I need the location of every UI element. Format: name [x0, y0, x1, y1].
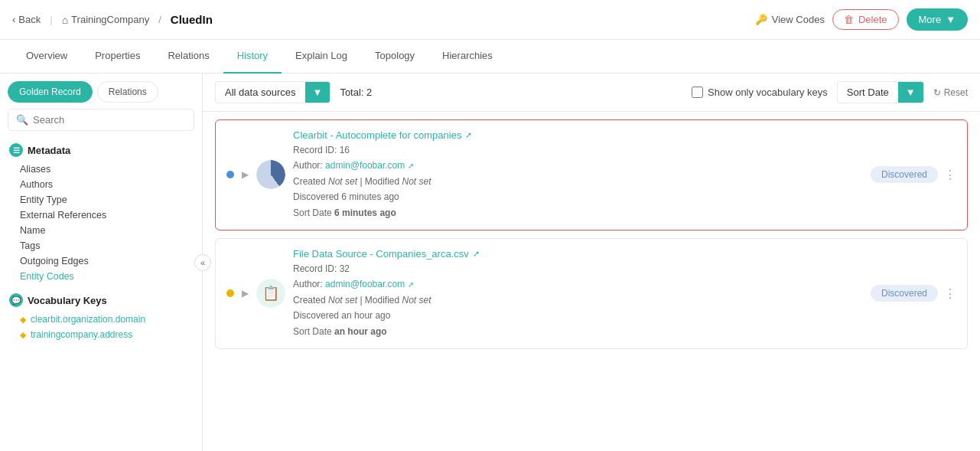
trash-icon: 🗑 — [844, 14, 854, 25]
record-title-1: Clearbit - Autocomplete for companies ➚ — [293, 129, 863, 141]
record-dot-2 — [226, 289, 234, 297]
sidebar-item-outgoing-edges[interactable]: Outgoing Edges — [9, 253, 193, 269]
breadcrumb-divider: | — [50, 14, 52, 25]
sort-date-bold-1: 6 minutes ago — [334, 208, 396, 218]
more-label: More — [919, 14, 942, 25]
main-layout: Golden Record Relations 🔍 ☰ Metadata Ali… — [0, 74, 980, 451]
external-link-icon-1[interactable]: ➚ — [465, 130, 472, 140]
home-link[interactable]: ⌂ TrainingCompany — [62, 14, 150, 26]
sort-date-bold-2: an hour ago — [334, 326, 387, 337]
vocab-title: 💬 Vocabulary Keys — [9, 293, 193, 307]
record-sortdate-1: Sort Date 6 minutes ago — [293, 205, 863, 221]
delete-button[interactable]: 🗑 Delete — [832, 9, 899, 30]
record-expand-icon-2[interactable]: ▶ — [242, 288, 249, 299]
record-author-1: Author: admin@foobar.com ➚ — [293, 158, 863, 173]
chevron-down-icon: ▼ — [946, 14, 956, 25]
vocab-key-icon-2: ◆ — [20, 330, 26, 340]
record-card-2[interactable]: ▶ 📋 File Data Source - Companies_arca.cs… — [215, 238, 968, 349]
sidebar-item-aliases[interactable]: Aliases — [9, 162, 193, 177]
sidebar-item-entity-codes[interactable]: Entity Codes — [9, 269, 193, 284]
datasource-label: All data sources — [216, 82, 305, 103]
app-name: CluedIn — [171, 13, 213, 26]
vocab-key-trainingcompany: trainingcompany.address — [31, 329, 132, 340]
delete-label: Delete — [858, 14, 887, 25]
record-title-text-2: File Data Source - Companies_arca.csv — [293, 248, 469, 260]
content-toolbar: All data sources ▼ Total: 2 Show only vo… — [203, 74, 980, 112]
tab-history[interactable]: History — [223, 40, 282, 74]
record-discovered-1: Discovered 6 minutes ago — [293, 189, 863, 204]
company-name: TrainingCompany — [71, 14, 149, 25]
status-badge-2: Discovered — [871, 285, 938, 302]
datasource-dropdown[interactable]: All data sources ▼ — [215, 81, 330, 103]
file-icon: 📋 — [256, 279, 285, 308]
sidebar-item-external-references[interactable]: External References — [9, 208, 193, 223]
record-avatar-1 — [256, 160, 285, 189]
vocab-item-trainingcompany[interactable]: ◆ trainingcompany.address — [9, 327, 193, 342]
tab-relations[interactable]: Relations — [154, 40, 223, 74]
vocab-key-clearbit: clearbit.organization.domain — [31, 314, 145, 325]
status-badge-1: Discovered — [871, 166, 938, 183]
vocab-keys-filter: Show only vocabulary keys — [692, 87, 828, 98]
back-button[interactable]: ‹ Back — [12, 14, 41, 25]
discovered-val-2: an hour ago — [341, 310, 390, 321]
metadata-heading: Metadata — [28, 145, 70, 156]
record-sortdate-2: Sort Date an hour ago — [293, 324, 863, 339]
tab-overview[interactable]: Overview — [12, 40, 81, 74]
pie-chart-icon — [256, 160, 285, 189]
sidebar-item-name[interactable]: Name — [9, 223, 193, 238]
record-discovered-2: Discovered an hour ago — [293, 308, 863, 323]
sidebar-item-tags[interactable]: Tags — [9, 238, 193, 253]
sidebar-tab-relations[interactable]: Relations — [97, 81, 158, 103]
sort-dropdown-arrow[interactable]: ▼ — [898, 82, 923, 103]
record-meta-2: Record ID: 32 Author: admin@foobar.com ➚… — [293, 261, 863, 339]
tab-explain-log[interactable]: Explain Log — [282, 40, 361, 74]
reset-button[interactable]: ↻ Reset — [933, 87, 968, 98]
breadcrumb: ‹ Back | ⌂ TrainingCompany / CluedIn — [12, 13, 213, 26]
vocab-item-clearbit[interactable]: ◆ clearbit.organization.domain — [9, 312, 193, 327]
sidebar-tabs: Golden Record Relations — [0, 74, 202, 103]
author-ext-icon-2: ➚ — [408, 280, 414, 289]
golden-record-tab-label: Golden Record — [19, 87, 81, 97]
sidebar-tab-golden-record[interactable]: Golden Record — [8, 81, 93, 103]
sort-dropdown[interactable]: Sort Date ▼ — [837, 81, 924, 103]
record-dates-1: Created Not set | Modified Not set — [293, 174, 863, 189]
tabs-bar: Overview Properties Relations History Ex… — [0, 40, 980, 74]
record-id-2: Record ID: 32 — [293, 261, 863, 276]
external-link-icon-2[interactable]: ➚ — [473, 249, 480, 259]
record-author-2: Author: admin@foobar.com ➚ — [293, 276, 863, 292]
datasource-dropdown-arrow[interactable]: ▼ — [305, 82, 330, 103]
vocab-section: 💬 Vocabulary Keys ◆ clearbit.organizatio… — [0, 287, 202, 345]
record-status-1: Discovered ⋮ — [871, 166, 956, 183]
view-codes-button[interactable]: 🔑 View Codes — [755, 14, 825, 25]
record-card-1[interactable]: ▶ Clearbit - Autocomplete for companies … — [215, 119, 968, 230]
record-info-2: File Data Source - Companies_arca.csv ➚ … — [293, 248, 863, 339]
tab-properties[interactable]: Properties — [81, 40, 154, 74]
vocab-keys-checkbox[interactable] — [692, 87, 703, 98]
tab-topology[interactable]: Topology — [361, 40, 428, 74]
search-input[interactable] — [33, 114, 186, 126]
more-button[interactable]: More ▼ — [907, 8, 969, 31]
collapse-sidebar-button[interactable]: « — [194, 254, 211, 271]
record-dates-2: Created Not set | Modified Not set — [293, 292, 863, 308]
top-bar: ‹ Back | ⌂ TrainingCompany / CluedIn 🔑 V… — [0, 0, 980, 40]
search-box[interactable]: 🔍 — [8, 109, 194, 131]
record-more-menu-2[interactable]: ⋮ — [944, 286, 956, 301]
sidebar: Golden Record Relations 🔍 ☰ Metadata Ali… — [0, 74, 203, 451]
record-expand-icon-1[interactable]: ▶ — [242, 169, 249, 180]
top-actions: 🔑 View Codes 🗑 Delete More ▼ — [755, 8, 968, 31]
sidebar-item-authors[interactable]: Authors — [9, 177, 193, 192]
records-list: ▶ Clearbit - Autocomplete for companies … — [203, 112, 980, 451]
metadata-title: ☰ Metadata — [9, 143, 193, 157]
record-more-menu-1[interactable]: ⋮ — [944, 168, 956, 182]
record-dot-1 — [226, 171, 234, 178]
tab-hierarchies[interactable]: Hierarchies — [428, 40, 506, 74]
record-title-2: File Data Source - Companies_arca.csv ➚ — [293, 248, 863, 260]
relations-tab-label: Relations — [109, 87, 147, 97]
search-icon: 🔍 — [16, 114, 28, 126]
author-link-2[interactable]: admin@foobar.com — [325, 279, 405, 289]
home-icon: ⌂ — [62, 14, 68, 26]
key-icon: 🔑 — [755, 14, 767, 25]
author-link-1[interactable]: admin@foobar.com — [325, 160, 405, 171]
record-meta-1: Record ID: 16 Author: admin@foobar.com ➚… — [293, 142, 863, 221]
sidebar-item-entity-type[interactable]: Entity Type — [9, 192, 193, 208]
